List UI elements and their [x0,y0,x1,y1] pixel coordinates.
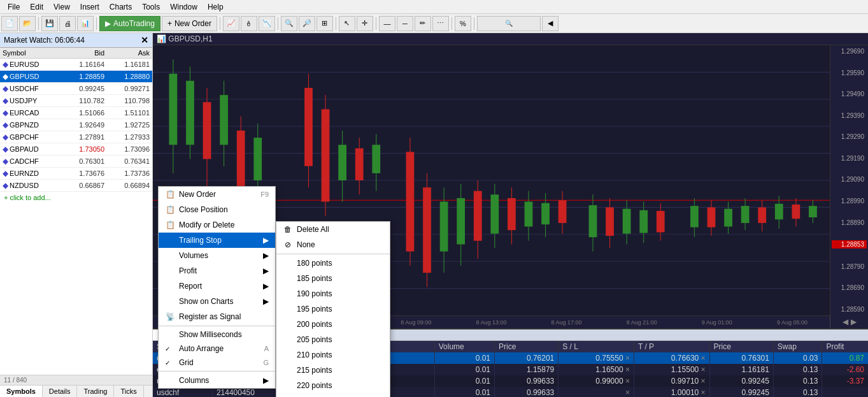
pos-curprice-0: 0.76301 [709,352,773,364]
mw-row-gbpaud[interactable]: ◆GBPAUD 1.73050 1.73096 [0,143,152,155]
sl-close-0[interactable]: × [625,354,630,363]
tp-close-0[interactable]: × [701,354,706,363]
menu-file[interactable]: File [3,1,25,13]
toolbar-percent[interactable]: % [455,16,471,31]
mw-row-eurusd[interactable]: ◆EURUSD 1.16164 1.16181 [0,59,152,71]
menu-edit[interactable]: Edit [25,1,48,13]
menu-window[interactable]: Window [165,1,203,13]
mw-row-usdchf[interactable]: ◆USDCHF 0.99245 0.99271 [0,83,152,95]
scroll-right-icon[interactable]: ▶ [851,317,857,326]
scroll-left-icon[interactable]: ◀ [843,317,848,326]
mw-row-usdjpy[interactable]: ◆USDJPY 110.782 110.798 [0,95,152,107]
mw-row-eurcad[interactable]: ◆EURCAD 1.51066 1.51101 [0,107,152,119]
tab-trading[interactable]: Trading [77,386,114,397]
tab-ticks[interactable]: Ticks [114,386,143,397]
auto-arrange-label: Auto Arrange [179,344,224,353]
toolbar-cursor[interactable]: ↖ [339,16,355,31]
submenu-185[interactable]: 185 points [276,271,390,286]
col-swap-h: Swap [773,341,822,352]
volumes-label: Volumes [179,251,208,260]
submenu-210[interactable]: 210 points [276,347,390,363]
submenu-215[interactable]: 215 points [276,363,390,378]
toolbar-fib[interactable]: ⋯ [432,16,449,31]
menu-item-show-ms[interactable]: Show Milliseconds [159,328,275,342]
pos-swap-2: 0.13 [773,375,822,387]
menu-item-trailing-stop[interactable]: Trailing Stop ▶ [159,233,275,248]
svg-rect-58 [623,209,631,234]
submenu-180[interactable]: 180 points [276,256,390,271]
svg-rect-26 [322,109,330,201]
submenu-200[interactable]: 200 points [276,317,390,332]
autotrading-label: AutoTrading [113,19,155,28]
toolbar-save-btn[interactable]: 💾 [41,16,58,31]
toolbar-crosshair[interactable]: ✛ [357,16,373,31]
toolbar-line[interactable]: — [379,16,395,31]
time-9: 9 Aug 05:00 [777,319,808,326]
toolbar-search[interactable]: 🔍 [477,16,541,31]
sl-close-2[interactable]: × [625,377,630,386]
tp-close-2[interactable]: × [701,377,706,386]
toolbar-chart-candle[interactable]: 🕯 [241,16,257,31]
toolbar-chart-line[interactable]: 📉 [259,16,275,31]
market-watch-close[interactable]: ✕ [141,35,148,45]
submenu-195[interactable]: 195 points [276,301,390,317]
submenu-none[interactable]: ⊘ None [276,237,390,252]
toolbar-hist-btn[interactable]: 📊 [77,16,94,31]
menu-item-grid[interactable]: ✓ Grid G [159,356,275,370]
submenu-225[interactable]: 225 points [276,393,390,397]
neworder-button[interactable]: + New Order [162,16,217,31]
toolbar-chart-bar[interactable]: 📈 [223,16,239,31]
mw-row-eurnzd[interactable]: ◆EURNZD 1.73676 1.73736 [0,168,152,180]
menu-help[interactable]: Help [203,1,229,13]
menu-item-show-charts[interactable]: Show on Charts ▶ [159,294,275,309]
toolbar-back[interactable]: ◀ [542,16,559,31]
toolbar-zoom-out[interactable]: 🔎 [299,16,315,31]
toolbar-fit[interactable]: ⊞ [317,16,333,31]
sl-close-1[interactable]: × [625,365,630,374]
mw-row-gbpchf[interactable]: ◆GBPCHF 1.27891 1.27933 [0,131,152,143]
autotrading-button[interactable]: ▶ AutoTrading [99,16,160,31]
menu-item-modify[interactable]: 📋 Modify or Delete [159,217,275,233]
autotrading-icon: ▶ [105,19,111,28]
tab-details[interactable]: Details [43,386,78,397]
toolbar-pen[interactable]: ✏ [415,16,431,31]
menu-item-close-position[interactable]: 📋 Close Position [159,202,275,217]
p205-icon [283,335,293,345]
mw-row-cadchf[interactable]: ◆CADCHF 0.76301 0.76341 [0,155,152,168]
menu-item-report[interactable]: Report ▶ [159,278,275,294]
tp-close-1[interactable]: × [701,365,706,374]
menu-tools[interactable]: Tools [137,1,165,13]
mw-symbol-CADCHF: ◆CADCHF [0,155,62,168]
submenu-205[interactable]: 205 points [276,332,390,347]
tp-close-3[interactable]: × [701,388,706,397]
mw-row-nzdusd[interactable]: ◆NZDUSD 0.66867 0.66894 [0,180,152,192]
menu-item-profit[interactable]: Profit ▶ [159,263,275,278]
menu-item-auto-arrange[interactable]: ✓ Auto Arrange A [159,342,275,356]
mw-bid-GBPUSD: 1.28859 [62,71,107,83]
menu-charts[interactable]: Charts [104,1,137,13]
close-position-icon: 📋 [165,205,175,215]
menu-insert[interactable]: Insert [75,1,104,13]
mw-row-gbpusd[interactable]: ◆GBPUSD 1.28859 1.28880 [0,71,152,83]
menu-item-columns[interactable]: Columns ▶ [159,373,275,388]
toolbar-open-btn[interactable]: 📂 [19,16,36,31]
sl-close-3[interactable]: × [625,388,630,397]
menu-view[interactable]: View [48,1,75,13]
time-7: 8 Aug 21:00 [627,319,657,326]
submenu-220[interactable]: 220 points [276,378,390,393]
toolbar-new-btn[interactable]: 📄 [1,16,18,31]
toolbar-hline[interactable]: ─ [397,16,413,31]
submenu-delete-all[interactable]: 🗑 Delete All [276,222,390,237]
mw-row-gbpnzd[interactable]: ◆GBPNZD 1.92649 1.92725 [0,119,152,131]
menu-item-register-signal[interactable]: 📡 Register as Signal [159,309,275,324]
submenu-190[interactable]: 190 points [276,286,390,301]
menu-item-new-order[interactable]: 📋 New Order F9 [159,187,275,202]
add-symbol-row[interactable]: + click to add... [0,192,152,203]
toolbar-print-btn[interactable]: 🖨 [59,16,76,31]
chart-scroll-arrows[interactable]: ◀ ▶ [830,315,868,328]
toolbar-zoom-in[interactable]: 🔍 [281,16,297,31]
mw-ask-EURCAD: 1.51101 [107,107,152,119]
tab-symbols[interactable]: Symbols [0,386,43,397]
p195-label: 195 points [297,305,332,314]
menu-item-volumes[interactable]: Volumes ▶ [159,248,275,263]
